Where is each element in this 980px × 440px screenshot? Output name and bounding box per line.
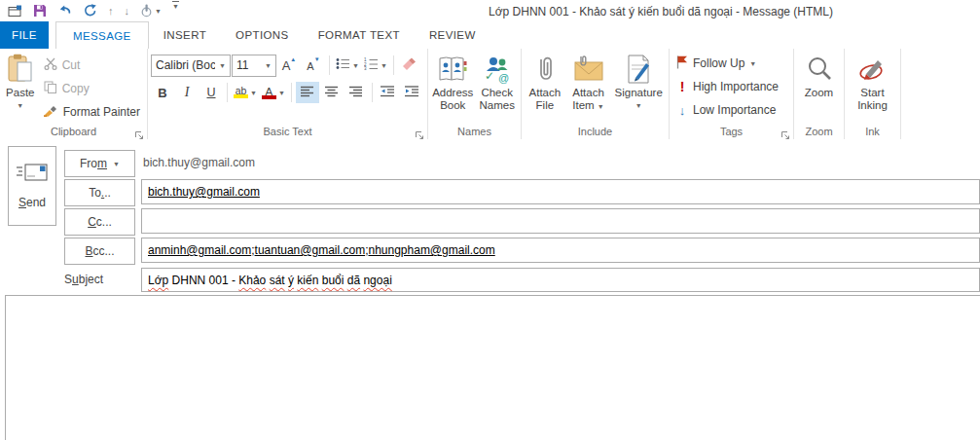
align-left-button[interactable] xyxy=(296,82,319,103)
svg-text:✓: ✓ xyxy=(485,69,494,83)
cc-button[interactable]: Cc... xyxy=(64,208,135,236)
font-color-swatch xyxy=(262,95,276,99)
increase-indent-button[interactable] xyxy=(401,82,424,103)
send-button[interactable]: Send xyxy=(8,146,56,226)
font-name-combo[interactable]: Calibri (Boc ▼ xyxy=(151,55,231,77)
outlook-message-window: ↑ ↓ ▼ ▼ Lớp DHNN 001 - Khảo sát ý kiến b… xyxy=(0,0,980,440)
numbering-icon: 123 xyxy=(364,56,379,74)
group-ink: Start Inking Ink xyxy=(845,49,901,139)
align-center-button[interactable] xyxy=(320,82,344,103)
ribbon: Paste ▼ Cut Copy xyxy=(0,49,980,140)
group-zoom: Zoom Zoom xyxy=(794,49,845,139)
signature-button[interactable]: Signature ▼ xyxy=(611,51,666,124)
decrease-indent-button[interactable] xyxy=(377,82,400,103)
tab-message[interactable]: MESSAGE xyxy=(55,21,149,50)
send-envelope-icon xyxy=(16,163,49,186)
low-importance-button[interactable]: ↓ Low Importance xyxy=(672,99,790,121)
cut-button[interactable]: Cut xyxy=(40,55,144,76)
tab-options[interactable]: OPTIONS xyxy=(221,21,304,49)
check-names-button[interactable]: ✓@ Check Names xyxy=(476,51,518,124)
format-painter-icon xyxy=(44,104,58,120)
cc-field[interactable] xyxy=(141,208,980,234)
align-left-icon xyxy=(301,84,314,101)
chevron-down-icon: ▼ xyxy=(219,62,226,69)
tab-review[interactable]: REVIEW xyxy=(415,21,490,49)
from-button[interactable]: From ▼ xyxy=(64,150,135,177)
paste-button[interactable]: Paste ▼ xyxy=(3,51,38,124)
copy-button[interactable]: Copy xyxy=(40,78,144,99)
format-painter-button[interactable]: Format Painter xyxy=(40,101,144,123)
chevron-down-icon: ▼ xyxy=(250,90,257,96)
follow-up-button[interactable]: Follow Up ▼ xyxy=(672,53,790,74)
ribbon-tab-bar: FILE MESSAGE INSERT OPTIONS FORMAT TEXT … xyxy=(0,21,980,50)
chevron-down-icon: ▼ xyxy=(265,62,272,69)
font-size-combo[interactable]: 11 ▼ xyxy=(232,55,276,77)
scissors-icon xyxy=(44,57,57,73)
bcc-button[interactable]: Bcc... xyxy=(64,238,135,265)
bold-button[interactable]: B xyxy=(151,82,174,103)
italic-button[interactable]: I xyxy=(175,82,199,103)
font-color-button[interactable]: A ▼ xyxy=(260,82,287,103)
chevron-down-icon: ▼ xyxy=(17,99,23,112)
chevron-down-icon: ▼ xyxy=(278,90,285,96)
next-item-button[interactable]: ↓ xyxy=(125,2,130,19)
group-basic-text: Calibri (Boc ▼ 11 ▼ A▲ A▼ ▼ 123 xyxy=(148,49,428,139)
tab-insert[interactable]: INSERT xyxy=(149,21,221,49)
undo-button[interactable] xyxy=(57,2,72,19)
shrink-font-button[interactable]: A▼ xyxy=(302,55,325,76)
eraser-icon xyxy=(402,56,417,74)
underline-button[interactable]: U xyxy=(200,82,223,103)
attach-file-button[interactable]: Attach File xyxy=(525,51,565,124)
recipient-address[interactable]: tuantuan@gmail.com xyxy=(255,243,366,257)
numbering-button[interactable]: 123 ▼ xyxy=(362,55,389,76)
group-tags: Follow Up ▼ ! High Importance ↓ Low Impo… xyxy=(670,49,794,139)
recipient-address[interactable]: bich.thuy@gmail.com xyxy=(148,185,260,199)
to-field[interactable]: bich.thuy@gmail.com xyxy=(141,179,980,204)
increase-indent-icon xyxy=(405,84,419,101)
to-button[interactable]: To... xyxy=(64,179,135,206)
clipboard-dialog-launcher[interactable] xyxy=(134,127,144,136)
high-importance-button[interactable]: ! High Importance xyxy=(672,76,790,97)
recipient-address[interactable]: anminh@gmail.com xyxy=(148,243,251,257)
bullets-button[interactable]: ▼ xyxy=(334,55,361,76)
zoom-button[interactable]: Zoom xyxy=(798,51,841,124)
bcc-field[interactable]: anminh@gmail.com; tuantuan@gmail.com; nh… xyxy=(141,238,980,263)
flag-icon xyxy=(676,55,688,72)
align-right-button[interactable] xyxy=(345,82,368,103)
message-window-icon[interactable] xyxy=(8,2,22,19)
tab-format-text[interactable]: FORMAT TEXT xyxy=(304,21,415,49)
basic-text-dialog-launcher[interactable] xyxy=(415,127,424,136)
chevron-down-icon: ▼ xyxy=(749,60,756,67)
recipient-address[interactable]: nhungpham@gmail.com xyxy=(368,243,494,257)
clear-formatting-button[interactable] xyxy=(398,55,421,76)
message-header-form: Send From ▼ bich.thuy@gmail.com To... bi… xyxy=(0,139,980,295)
low-importance-icon: ↓ xyxy=(676,103,688,118)
customize-quick-access-toolbar-button[interactable]: ▼ xyxy=(172,1,179,20)
attach-item-button[interactable]: Attach Item ▼ xyxy=(567,51,610,124)
text-highlight-color-button[interactable]: ab ▼ xyxy=(232,82,259,103)
chevron-down-icon: ▼ xyxy=(598,103,604,110)
svg-text:@: @ xyxy=(498,72,509,84)
chevron-down-icon: ▼ xyxy=(381,62,387,69)
redo-button[interactable] xyxy=(83,2,97,19)
previous-item-button[interactable]: ↑ xyxy=(108,2,114,19)
subject-label: Subject xyxy=(64,273,103,286)
paste-icon xyxy=(6,54,35,85)
grow-font-button[interactable]: A▲ xyxy=(277,55,301,76)
start-inking-button[interactable]: Start Inking xyxy=(849,51,897,124)
touch-mouse-mode-button[interactable]: ▼ xyxy=(140,2,162,19)
group-clipboard: Paste ▼ Cut Copy xyxy=(0,49,148,139)
svg-text:3: 3 xyxy=(364,66,367,70)
message-body[interactable] xyxy=(5,295,980,440)
group-names: Address Book ✓@ Check Names Names xyxy=(428,49,522,139)
decrease-indent-icon xyxy=(381,84,395,101)
tab-file[interactable]: FILE xyxy=(0,21,49,49)
address-book-button[interactable]: Address Book xyxy=(431,51,474,124)
save-button[interactable] xyxy=(33,2,47,19)
subject-field[interactable]: Lớp DHNN 001 - Khảo sát ý kiến buổi dã n… xyxy=(141,268,980,292)
tags-dialog-launcher[interactable] xyxy=(780,127,790,136)
inking-pen-icon xyxy=(858,54,888,85)
chevron-down-icon: ▼ xyxy=(352,62,359,69)
high-importance-icon: ! xyxy=(676,79,688,94)
chevron-down-icon: ▼ xyxy=(635,99,642,112)
